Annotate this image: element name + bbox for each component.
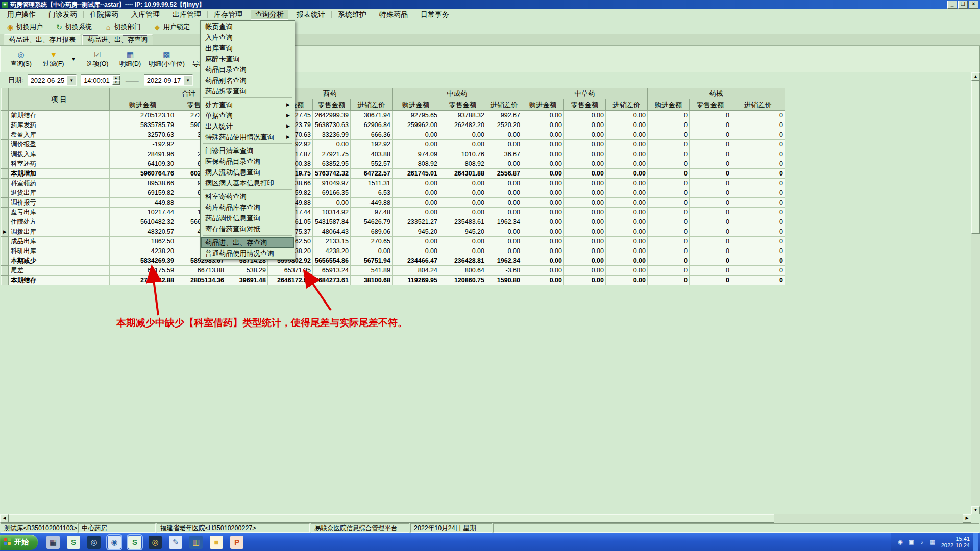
folder-icon[interactable]: ■ bbox=[210, 536, 223, 549]
menu-item-drug-split-query[interactable]: 药品拆零查询 bbox=[201, 86, 294, 96]
tab-inout-stock-query[interactable]: 药品进、出、存查询 bbox=[82, 34, 153, 45]
green-s-app-icon[interactable]: S bbox=[67, 536, 80, 549]
menu-item-narcotic-card-query[interactable]: 麻醉卡查询 bbox=[201, 54, 294, 64]
switch-system-button[interactable]: ↻切换系统 bbox=[52, 21, 95, 33]
vertical-scrollbar[interactable]: ▲ ▼ bbox=[971, 72, 980, 514]
menu-item-ward-patient-info-print[interactable]: 病区病人基本信息打印 bbox=[201, 178, 294, 188]
menu-item-prescription-query[interactable]: 处方查询▶ bbox=[201, 99, 294, 110]
menu-item-drug-inout-stock-query[interactable]: 药品进、出、存查询 bbox=[201, 237, 294, 248]
row-selector[interactable] bbox=[2, 111, 9, 120]
menubar-item-query-analysis[interactable]: 查询分析 bbox=[251, 10, 288, 20]
menubar-item-outbound-mgmt[interactable]: 出库管理 bbox=[168, 10, 206, 20]
minimize-button[interactable]: _ bbox=[947, 1, 957, 9]
globe-app-icon[interactable]: ◎ bbox=[87, 536, 101, 549]
input-method-icon[interactable]: ▣ bbox=[907, 538, 916, 546]
lock-user-button[interactable]: ◆用户锁定 bbox=[150, 21, 193, 33]
row-selector[interactable] bbox=[2, 179, 9, 188]
menubar-item-daily-affairs[interactable]: 日常事务 bbox=[416, 10, 454, 20]
options-button[interactable]: ☑选项(O) bbox=[81, 47, 114, 71]
row-selector[interactable] bbox=[2, 208, 9, 217]
row-selector[interactable] bbox=[2, 149, 9, 159]
powerpoint-icon[interactable]: P bbox=[230, 536, 243, 549]
time-from-field[interactable]: 14:00:01 ▲▼ bbox=[81, 74, 120, 86]
cell: 0 bbox=[731, 140, 785, 149]
start-button[interactable]: 开始 bbox=[0, 535, 38, 550]
horizontal-scrollbar[interactable]: ◀ ▶ bbox=[0, 514, 971, 523]
menu-item-common-drug-usage-query[interactable]: 普通药品使用情况查询 bbox=[201, 248, 294, 259]
menu-item-inbound-query[interactable]: 入库查询 bbox=[201, 32, 294, 43]
menu-item-dept-deposit-drug-query[interactable]: 科室寄药查询 bbox=[201, 191, 294, 202]
menubar-item-inventory-mgmt[interactable]: 库存管理 bbox=[209, 10, 247, 20]
row-selector[interactable] bbox=[2, 188, 9, 198]
row-selector[interactable] bbox=[2, 246, 9, 256]
row-selector[interactable] bbox=[2, 276, 9, 285]
cell: 992.67 bbox=[486, 111, 522, 120]
menu-item-special-drug-usage-query[interactable]: 特殊药品使用情况查询▶ bbox=[201, 132, 294, 142]
pen-app-icon[interactable]: ✎ bbox=[169, 536, 182, 549]
menu-item-account-page-query[interactable]: 帐页查询 bbox=[201, 21, 294, 32]
switch-department-button[interactable]: ⌂切换部门 bbox=[101, 21, 144, 33]
menubar-item-system-maintain[interactable]: 系统维护 bbox=[333, 10, 371, 20]
horizontal-scroll-thumb[interactable] bbox=[9, 514, 774, 523]
volume-icon[interactable]: ♪ bbox=[918, 538, 926, 546]
network-icon[interactable]: ▦ bbox=[928, 538, 937, 546]
menu-item-drug-price-adjust-query[interactable]: 药品调价信息查询 bbox=[201, 213, 294, 223]
menubar-item-report-stats[interactable]: 报表统计 bbox=[292, 10, 330, 20]
scroll-left-icon[interactable]: ◀ bbox=[0, 514, 9, 523]
row-selector[interactable] bbox=[2, 159, 9, 169]
row-selector[interactable] bbox=[2, 130, 9, 140]
search-tool-icon[interactable]: ◉ bbox=[108, 536, 121, 549]
green-s-app-icon[interactable]: S bbox=[128, 536, 141, 549]
menu-item-patient-flow-query[interactable]: 病人流动信息查询 bbox=[201, 167, 294, 178]
menu-item-medicare-drug-catalog-query[interactable]: 医保药品目录查询 bbox=[201, 156, 294, 167]
menubar-item-outpatient-dispense[interactable]: 门诊发药 bbox=[44, 10, 82, 20]
cell: 91049.97 bbox=[313, 179, 351, 188]
menubar-item-inbound-mgmt[interactable]: 入库管理 bbox=[127, 10, 164, 20]
detail-button[interactable]: ▦明细(D) bbox=[114, 47, 146, 71]
menu-item-outpatient-daily-list-query[interactable]: 门诊日清单查询 bbox=[201, 145, 294, 156]
menubar-item-special-drugs[interactable]: 特殊药品 bbox=[375, 10, 412, 20]
filter-button[interactable]: ▼过滤(F) bbox=[37, 47, 70, 71]
query-button[interactable]: ◎查询(S) bbox=[5, 47, 37, 71]
row-selector[interactable] bbox=[2, 217, 9, 227]
menu-item-warehouse-stock-query[interactable]: 药库药品库存查询 bbox=[201, 202, 294, 213]
menubar-item-inpatient-dispense[interactable]: 住院摆药 bbox=[85, 10, 123, 20]
menu-item-drug-catalog-query[interactable]: 药品目录查询 bbox=[201, 64, 294, 75]
date-from-dropdown-icon[interactable]: ▼ bbox=[67, 75, 76, 85]
filter-dropdown-icon[interactable]: ▼ bbox=[70, 48, 77, 70]
clock: 15:41 2022-10-24 bbox=[941, 536, 970, 549]
detail-small-unit-button[interactable]: ▩明细(小单位) bbox=[146, 47, 187, 71]
row-selector[interactable] bbox=[2, 198, 9, 208]
sql-app-icon[interactable]: ▥ bbox=[189, 536, 203, 549]
menu-item-deposit-borrow-offset-query[interactable]: 寄存借药查询对抵 bbox=[201, 223, 294, 234]
close-button[interactable]: × bbox=[969, 1, 978, 9]
tab-monthly-report[interactable]: 药品进、出、存月报表 bbox=[4, 34, 81, 45]
menu-item-inout-stats[interactable]: 出入统计▶ bbox=[201, 121, 294, 132]
maximize-button[interactable]: ❐ bbox=[958, 1, 968, 9]
row-selector[interactable] bbox=[2, 266, 9, 276]
scroll-down-icon[interactable]: ▼ bbox=[971, 506, 980, 514]
scroll-up-icon[interactable]: ▲ bbox=[971, 72, 980, 81]
date-from-field[interactable]: 2022-06-25 ▼ bbox=[28, 74, 77, 86]
date-to-dropdown-icon[interactable]: ▼ bbox=[183, 75, 192, 85]
row-selector[interactable] bbox=[2, 169, 9, 179]
row-selector[interactable] bbox=[2, 256, 9, 266]
time-from-spinner[interactable]: ▲▼ bbox=[112, 76, 120, 85]
row-selector[interactable] bbox=[2, 120, 9, 130]
calculator-icon[interactable]: ▦ bbox=[46, 536, 60, 549]
menu-item-document-query[interactable]: 单据查询▶ bbox=[201, 110, 294, 121]
menu-item-drug-alias-query[interactable]: 药品别名查询 bbox=[201, 75, 294, 86]
row-selector[interactable]: ▶ bbox=[2, 227, 9, 237]
switch-user-button[interactable]: ◉切换用户 bbox=[3, 21, 46, 33]
row-selector[interactable] bbox=[2, 140, 9, 149]
scroll-right-icon[interactable]: ▶ bbox=[963, 514, 971, 523]
menu-item-outbound-query[interactable]: 出库查询 bbox=[201, 43, 294, 54]
date-to-field[interactable]: 2022-09-17 ▼ bbox=[144, 74, 193, 86]
show-desktop-button[interactable] bbox=[973, 533, 978, 551]
antivirus-icon[interactable]: ◉ bbox=[896, 538, 905, 546]
vertical-scroll-thumb[interactable] bbox=[971, 81, 980, 234]
target-app-icon[interactable]: ◎ bbox=[149, 536, 162, 549]
menubar-item-user-ops[interactable]: 用户操作 bbox=[3, 10, 40, 20]
row-selector[interactable] bbox=[2, 237, 9, 246]
column-header-western-medicine: 零售金额 bbox=[313, 99, 351, 111]
